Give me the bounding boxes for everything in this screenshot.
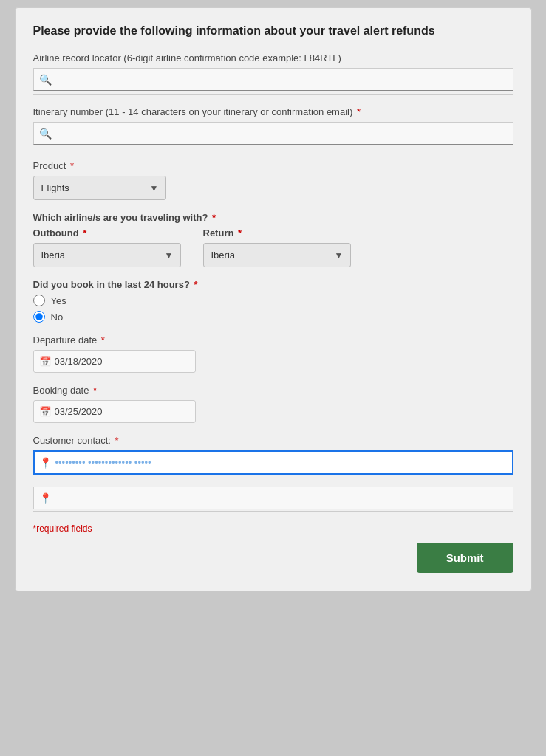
product-select-wrapper: Flights Hotels Cars Vacation Packages ▼ <box>33 176 166 200</box>
customer-contact-1-input[interactable] <box>33 450 513 475</box>
return-col: Return * Iberia American Airlines Delta … <box>203 227 351 267</box>
required-note: *required fields <box>33 523 513 534</box>
itinerary-number-group: Itinerary number (11 - 14 characters on … <box>33 106 513 148</box>
itinerary-number-label: Itinerary number (11 - 14 characters on … <box>33 106 513 117</box>
customer-contact-group: Customer contact: * 📍 <box>33 435 513 475</box>
product-select[interactable]: Flights Hotels Cars Vacation Packages <box>33 176 166 200</box>
airline-row: Outbound * Iberia American Airlines Delt… <box>33 227 513 267</box>
departure-date-group: Departure date * 📅 <box>33 334 513 373</box>
airline-record-locator-input[interactable] <box>33 68 513 91</box>
itinerary-number-input[interactable] <box>33 122 513 145</box>
customer-contact-1-wrapper: 📍 <box>33 450 513 475</box>
booked-24-no-radio[interactable] <box>33 311 45 323</box>
booking-date-input[interactable] <box>33 400 196 423</box>
booking-date-group: Booking date * 📅 <box>33 385 513 423</box>
departure-date-input[interactable] <box>33 350 196 373</box>
customer-contact-2-wrapper: 📍 <box>33 487 513 509</box>
submit-button[interactable]: Submit <box>417 543 513 573</box>
airline-record-locator-label: Airline record locator (6-digit airline … <box>33 52 513 63</box>
itinerary-number-wrapper: 🔍 <box>33 122 513 145</box>
airline-question-group: Which airline/s are you traveling with? … <box>33 212 513 267</box>
departure-date-label: Departure date * <box>33 334 513 346</box>
airline-record-locator-group: Airline record locator (6-digit airline … <box>33 52 513 94</box>
booking-date-label: Booking date * <box>33 385 513 396</box>
outbound-col: Outbound * Iberia American Airlines Delt… <box>33 227 181 267</box>
divider-3 <box>33 511 513 512</box>
airline-question-label: Which airline/s are you traveling with? … <box>33 212 513 223</box>
customer-contact-label: Customer contact: * <box>33 435 513 446</box>
form-title: Please provide the following information… <box>33 23 513 39</box>
customer-contact-2-input[interactable] <box>33 487 513 509</box>
booked-24-no-label: No <box>51 312 64 323</box>
outbound-select[interactable]: Iberia American Airlines Delta United Ot… <box>33 243 181 267</box>
form-container: Please provide the following information… <box>15 7 532 591</box>
booked-24-radio-group: Yes No <box>33 295 513 323</box>
divider-2 <box>33 148 513 148</box>
booking-date-wrapper: 📅 <box>33 400 513 423</box>
departure-date-wrapper: 📅 <box>33 350 513 373</box>
booked-24-yes-radio[interactable] <box>33 295 45 306</box>
submit-row: Submit <box>33 543 513 573</box>
booked-24-no-option[interactable]: No <box>33 311 513 323</box>
customer-contact-2-group: 📍 <box>33 487 513 512</box>
booked-24-group: Did you book in the last 24 hours? * Yes… <box>33 279 513 323</box>
booked-24-yes-option[interactable]: Yes <box>33 295 513 306</box>
return-select-wrapper: Iberia American Airlines Delta United Ot… <box>203 243 351 267</box>
product-group: Product * Flights Hotels Cars Vacation P… <box>33 160 513 200</box>
divider-1 <box>33 94 513 94</box>
outbound-select-wrapper: Iberia American Airlines Delta United Ot… <box>33 243 181 267</box>
booked-24-yes-label: Yes <box>51 295 66 306</box>
return-select[interactable]: Iberia American Airlines Delta United Ot… <box>203 243 351 267</box>
outbound-label: Outbound * <box>33 227 181 238</box>
airline-record-locator-wrapper: 🔍 <box>33 68 513 91</box>
booked-24-label: Did you book in the last 24 hours? * <box>33 279 513 290</box>
product-label: Product * <box>33 160 513 171</box>
return-label: Return * <box>203 227 351 238</box>
